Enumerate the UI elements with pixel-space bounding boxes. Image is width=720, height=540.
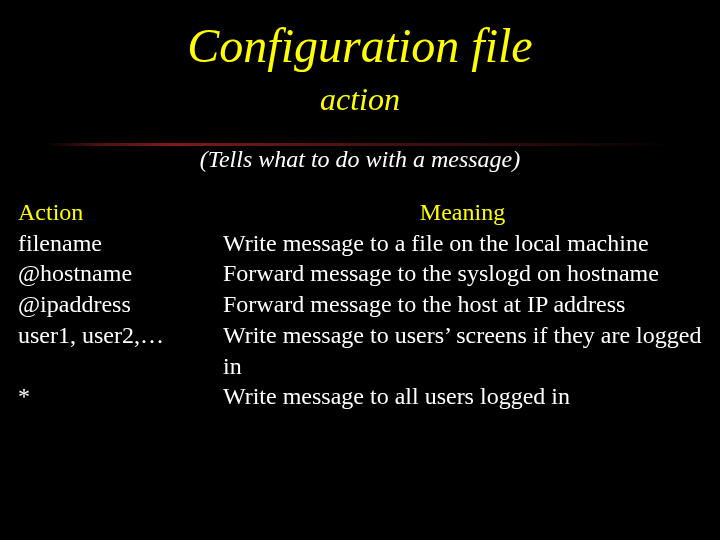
slide-note: (Tells what to do with a message) [0, 146, 720, 173]
table-row: user1, user2,… Write message to users’ s… [18, 320, 702, 381]
slide-subtitle: action [0, 81, 720, 118]
action-cell: @ipaddress [18, 289, 223, 320]
table-row: @hostname Forward message to the syslogd… [18, 258, 702, 289]
table-row: filename Write message to a file on the … [18, 228, 702, 259]
slide-title: Configuration file [0, 18, 720, 73]
table-row: * Write message to all users logged in [18, 381, 702, 412]
action-cell: * [18, 381, 223, 412]
meaning-cell: Write message to users’ screens if they … [223, 320, 702, 381]
action-cell: user1, user2,… [18, 320, 223, 381]
meaning-cell: Write message to all users logged in [223, 381, 702, 412]
header-action: Action [18, 197, 223, 228]
table-header-row: Action Meaning [18, 197, 702, 228]
meaning-cell: Forward message to the host at IP addres… [223, 289, 702, 320]
action-cell: filename [18, 228, 223, 259]
table-row: @ipaddress Forward message to the host a… [18, 289, 702, 320]
divider-bar [45, 143, 675, 146]
meaning-cell: Forward message to the syslogd on hostna… [223, 258, 702, 289]
action-cell: @hostname [18, 258, 223, 289]
content-table: Action Meaning filename Write message to… [18, 197, 702, 412]
header-meaning: Meaning [223, 197, 702, 228]
meaning-cell: Write message to a file on the local mac… [223, 228, 702, 259]
